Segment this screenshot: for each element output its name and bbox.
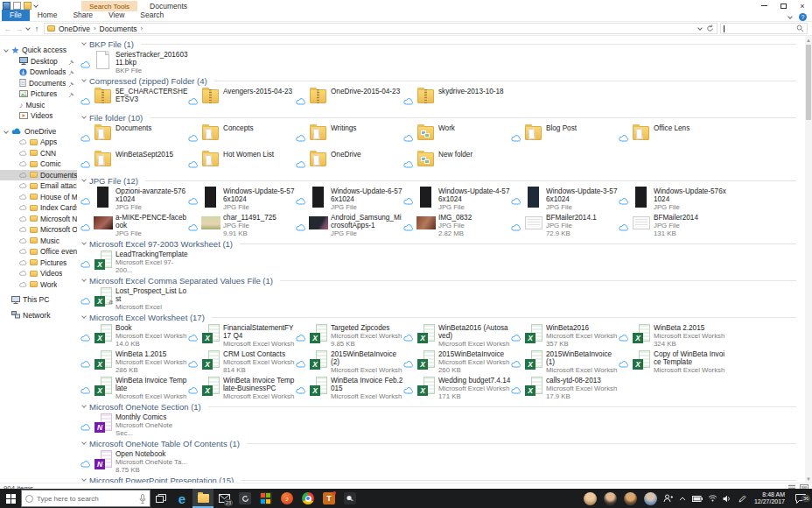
taskbar-app-app-t[interactable]: T: [318, 489, 340, 508]
collapse-group-icon[interactable]: [81, 314, 87, 319]
file-tile-monthly-comics[interactable]: N Monthly Comics Microsoft OneNote Sec..…: [80, 413, 188, 437]
ribbon-collapse-icon[interactable]: [788, 14, 793, 19]
sidebar-item-desktop[interactable]: Desktop: [0, 56, 77, 67]
address-dropdown-icon[interactable]: [697, 25, 703, 31]
start-button[interactable]: [0, 489, 21, 508]
file-tile-a-mike-pence-facebook[interactable]: a-MIKE-PENCE-facebook JPG File: [80, 213, 188, 237]
file-tile-winbeta-invoice-feb-2015[interactable]: X WinBeta Invoice Feb.2015 Microsoft Exc…: [296, 376, 403, 400]
file-tile-winbeta-invoice-template[interactable]: X WinBeta Invoice Template Microsoft Exc…: [80, 376, 188, 400]
group-header-microsoft-onenote-section-1[interactable]: Microsoft OneNote Section (1): [80, 401, 805, 412]
search-input[interactable]: [720, 23, 808, 34]
taskbar-app-chrome[interactable]: [298, 489, 318, 508]
sidebar-item-microsoft-oct-2[interactable]: Microsoft Oct. 2: [0, 224, 77, 236]
taskbar-app-app-dark-circle[interactable]: [234, 489, 256, 508]
taskbar-clock[interactable]: 8:48 AM 12/27/2017: [750, 491, 789, 505]
people-avatar[interactable]: [604, 492, 617, 505]
scroll-down-icon[interactable]: ▼: [805, 475, 812, 483]
group-header-bkp-file-1[interactable]: BKP File (1): [80, 39, 805, 49]
sidebar-item-work[interactable]: Work: [0, 279, 77, 291]
file-tile-open-notebook[interactable]: N Open Notebook Microsoft OneNote Ta... …: [80, 449, 188, 474]
taskbar-app-music[interactable]: ♪: [276, 489, 298, 508]
back-icon[interactable]: ←: [4, 25, 12, 33]
sidebar-item-index-cards[interactable]: Index Cards: [0, 202, 77, 214]
group-header-microsoft-onenote-table-of-contents-1[interactable]: Microsoft OneNote Table Of Contents (1): [80, 438, 805, 448]
file-tile-winbetasept2015[interactable]: WinBetaSept2015: [80, 150, 188, 174]
breadcrumb-onedrive[interactable]: OneDrive: [59, 25, 90, 33]
file-tile-wedding-budget7-4-14[interactable]: X Wedding budget7.4.14 Microsoft Excel W…: [403, 376, 511, 400]
file-tile-windows-update-5-576x1024[interactable]: Windows-Update-5-576x1024 JPG File: [188, 187, 296, 211]
sidebar-item-downloads[interactable]: Downloads: [0, 67, 77, 78]
file-tile-bfmailer2014[interactable]: BFMailer2014 JPG File 131 KB: [619, 213, 726, 237]
group-header-jpg-file-12[interactable]: JPG File (12): [80, 175, 805, 186]
file-tile-concepts[interactable]: Concepts: [188, 123, 296, 148]
file-tile-opzioni-avanzate-576x1024[interactable]: Opzioni-avanzate-576x1024 JPG File: [80, 187, 188, 211]
sidebar-item-documents[interactable]: Documents: [0, 78, 77, 89]
sidebar-item-music[interactable]: Music: [0, 236, 77, 247]
sidebar-item-apps[interactable]: Apps: [0, 137, 77, 148]
help-icon[interactable]: ?: [799, 13, 807, 21]
qat-customize-icon[interactable]: [33, 3, 38, 8]
group-header-file-folder-10[interactable]: File folder (10): [80, 112, 805, 123]
tab-share[interactable]: Share: [65, 10, 101, 21]
action-center-button[interactable]: 36: [789, 494, 812, 504]
tab-file[interactable]: File: [2, 10, 30, 21]
people-avatar[interactable]: [584, 492, 597, 505]
file-tile-windows-update-4-576x1024[interactable]: Windows-Update-4-576x1024 JPG File: [403, 187, 511, 211]
sidebar-section-quick-access[interactable]: Quick access: [0, 45, 77, 56]
file-tile-seriestracker-20160311-bkp[interactable]: SeriesTracker_20160311.bkp BKP File: [80, 50, 188, 74]
sidebar-item-pictures[interactable]: Pictures: [0, 88, 77, 100]
taskbar-app-mail[interactable]: 23: [214, 489, 234, 508]
group-header-microsoft-excel-97-2003-worksheet-1[interactable]: Microsoft Excel 97-2003 Worksheet (1): [80, 238, 805, 249]
file-tile-onedrive[interactable]: OneDrive: [296, 150, 403, 174]
file-tile-char-11491-725[interactable]: char_11491_725 JPG File 9.91 KB: [188, 213, 296, 237]
qat-properties-icon[interactable]: [13, 2, 21, 10]
taskbar-app-edge[interactable]: e: [172, 489, 192, 508]
file-tile-lost-prospect-list-lost[interactable]: Xa Lost_Prospect_List Lost Microsoft Exc…: [80, 286, 188, 311]
file-tile-crm-lost-contacts[interactable]: X CRM Lost Contacts Microsoft Excel Work…: [188, 349, 296, 374]
people-avatar[interactable]: [624, 492, 637, 505]
maximize-button[interactable]: [774, 0, 793, 11]
file-tile-avengers-2015-04-23[interactable]: Avengers-2015-04-23: [188, 87, 296, 111]
collapse-group-icon[interactable]: [81, 240, 87, 245]
taskbar-app-app-dark-blob[interactable]: [340, 489, 360, 508]
file-tile-book[interactable]: X Book Microsoft Excel Worksh 14.0 KB: [80, 323, 188, 348]
scrollbar-thumb[interactable]: [806, 45, 811, 120]
people-avatar[interactable]: [644, 492, 657, 505]
file-tile-work[interactable]: Work: [403, 123, 511, 148]
sidebar-item-pictures[interactable]: Pictures: [0, 258, 77, 269]
file-tile-skydrive-2013-10-18[interactable]: skydrive-2013-10-18: [403, 87, 511, 111]
collapse-group-icon[interactable]: [81, 77, 87, 82]
group-header-microsoft-powerpoint-presentation-15[interactable]: Microsoft PowerPoint Presentation (15): [80, 475, 805, 483]
file-tile-office-lens[interactable]: Office Lens: [619, 123, 726, 148]
file-tile-img-0832[interactable]: IMG_0832 JPG File 2.82 MB: [403, 213, 511, 237]
file-tile-hot-women-list[interactable]: Hot Women List: [188, 150, 296, 174]
collapse-group-icon[interactable]: [81, 177, 87, 182]
vertical-scrollbar[interactable]: ▲ ▼: [805, 36, 812, 483]
minimize-button[interactable]: [754, 0, 774, 11]
file-tile-android-samsung-microsoftapps-1[interactable]: Android_Samsung_MicrosoftApps-1 JPG File: [296, 213, 403, 237]
file-tile-5e-charactersheetsv3[interactable]: 5E_CHARACTERSHEETSV3: [80, 87, 188, 111]
sidebar-section-this-pc[interactable]: This PC: [0, 294, 77, 306]
collapse-group-icon[interactable]: [81, 277, 87, 282]
sidebar-item-comic[interactable]: Comic: [0, 159, 77, 170]
microphone-icon[interactable]: [139, 494, 146, 504]
recent-locations-icon[interactable]: [25, 25, 31, 31]
file-tile-winbeta2016[interactable]: X WinBeta2016 Microsoft Excel Worksh 357…: [511, 323, 619, 348]
sidebar-item-videos[interactable]: Videos: [0, 268, 77, 279]
expand-icon[interactable]: [4, 47, 9, 53]
file-tile-new-folder[interactable]: New folder: [403, 150, 511, 174]
forward-icon[interactable]: →: [15, 25, 24, 33]
file-tile-blog-post[interactable]: Blog Post: [511, 123, 619, 148]
tab-view[interactable]: View: [101, 10, 132, 21]
breadcrumb-documents[interactable]: Documents: [100, 25, 137, 33]
collapse-group-icon[interactable]: [81, 114, 87, 119]
file-tile-onedrive-2015-04-23[interactable]: OneDrive-2015-04-23: [296, 87, 403, 111]
sidebar-item-documents[interactable]: Documents: [0, 170, 77, 181]
expand-icon[interactable]: [4, 129, 9, 134]
file-tile-bfmailer2014-1[interactable]: BFMailer2014.1 JPG File 72.9 KB: [511, 213, 619, 237]
tray-volume[interactable]: [720, 495, 735, 503]
sidebar-item-cnn[interactable]: CNN: [0, 148, 77, 159]
refresh-icon[interactable]: [706, 25, 714, 32]
taskbar-app-file-explorer[interactable]: [192, 489, 214, 508]
breadcrumb-separator[interactable]: ›: [94, 25, 96, 32]
